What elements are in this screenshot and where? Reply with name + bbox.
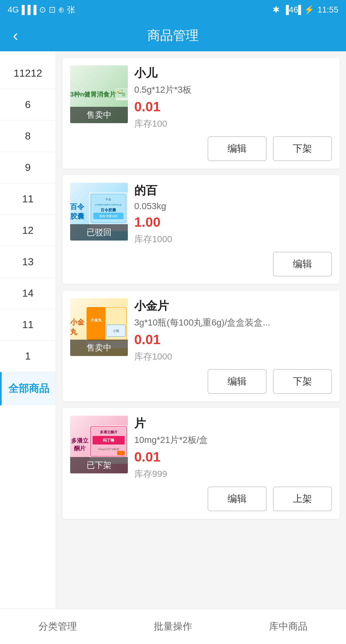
sidebar-item-11a[interactable]: 11 — [0, 183, 56, 215]
sidebar-item-12[interactable]: 12 — [0, 215, 56, 246]
product-price-2: 1.00 — [134, 215, 332, 230]
product-price-4: 0.01 — [134, 449, 332, 465]
sidebar-item-8[interactable]: 8 — [0, 121, 56, 152]
product-stock-4: 库存999 — [134, 468, 332, 480]
product-actions-1: 编辑 下架 — [70, 136, 332, 161]
product-card-4: 多潘立酮片 吗丁啉 10mg*21片*2板/盒 J 已下架 片 10mg*21片… — [62, 408, 340, 519]
product-spec-3: 3g*10瓶(每100丸重6g)/盒盒装盒... — [134, 317, 332, 329]
sidebar-item-14[interactable]: 14 — [0, 278, 56, 309]
svg-text:吗丁啉: 吗丁啉 — [103, 438, 115, 443]
product-price-3: 0.01 — [134, 332, 332, 347]
time-display: 11:55 — [317, 5, 338, 15]
sidebar-item-6[interactable]: 6 — [0, 89, 56, 121]
product-spec-2: 0.053kg — [134, 201, 332, 211]
page-title: 商品管理 — [147, 27, 199, 44]
edit-button-4[interactable]: 编辑 — [208, 487, 267, 511]
status-right: ✱ ▐46▌⚡ 11:55 — [273, 5, 338, 15]
svg-text:规格/用量说明: 规格/用量说明 — [99, 215, 117, 218]
product-spec-1: 0.5g*12片*3板 — [134, 84, 332, 96]
svg-rect-17 — [87, 307, 106, 340]
product-price-1: 0.01 — [134, 99, 332, 114]
nav-warehouse[interactable]: 库中商品 — [231, 614, 346, 640]
battery-indicator: ▐46▌⚡ — [283, 5, 314, 15]
product-card-1: 3种 健 健胃消食片 消食 售卖中 小儿 0.5g*12片*3板 0.01 — [62, 58, 340, 169]
product-status-4: 已下架 — [70, 457, 128, 473]
delist-button-3[interactable]: 下架 — [273, 369, 332, 394]
product-name-2: 的百 — [134, 183, 332, 199]
product-info-3: 小金丸 小瓶 售卖中 小金片 3g*10瓶(每100丸重6g)/盒盒装盒... … — [70, 298, 332, 363]
product-name-1: 小儿 — [134, 65, 332, 81]
product-card-2: 千合 CORDYCEPS CAPSULE 百令胶囊 规格/用量说明 已驳回 的百… — [62, 175, 340, 284]
sidebar: 11212 6 8 9 11 12 13 14 11 1 全部商品 — [0, 51, 56, 644]
back-button[interactable]: ‹ — [13, 26, 18, 45]
svg-text:3种: 3种 — [121, 90, 123, 91]
product-status-3: 售卖中 — [70, 340, 128, 356]
sidebar-item-11b[interactable]: 11 — [0, 309, 56, 341]
product-image-wrap-4: 多潘立酮片 吗丁啉 10mg*21片*2板/盒 J 已下架 — [70, 416, 128, 473]
product-stock-1: 库存100 — [134, 118, 332, 130]
product-stock-2: 库存1000 — [134, 233, 332, 245]
product-details-1: 小儿 0.5g*12片*3板 0.01 库存100 — [134, 65, 332, 130]
product-info-1: 3种 健 健胃消食片 消食 售卖中 小儿 0.5g*12片*3板 0.01 — [70, 65, 332, 130]
sidebar-item-all[interactable]: 全部商品 — [0, 372, 56, 405]
product-stock-3: 库存1000 — [134, 351, 332, 363]
product-actions-2: 编辑 — [70, 252, 332, 276]
product-card-3: 小金丸 小瓶 售卖中 小金片 3g*10瓶(每100丸重6g)/盒盒装盒... … — [62, 291, 340, 402]
product-details-2: 的百 0.053kg 1.00 库存1000 — [134, 183, 332, 245]
product-status-2: 已驳回 — [70, 224, 128, 241]
svg-text:千合: 千合 — [106, 198, 111, 201]
extra-icons: ⊡ ⊕ 张 — [49, 4, 75, 15]
product-details-4: 片 10mg*21片*2板/盒 0.01 库存999 — [134, 416, 332, 480]
nav-batch[interactable]: 批量操作 — [115, 614, 231, 640]
sidebar-item-13[interactable]: 13 — [0, 246, 56, 278]
svg-text:百令胶囊: 百令胶囊 — [101, 208, 117, 212]
delist-button-1[interactable]: 下架 — [273, 136, 332, 161]
svg-text:消食: 消食 — [123, 94, 125, 96]
sidebar-item-1[interactable]: 1 — [0, 341, 56, 372]
status-left: 4G▐▐▐ ⊙ ⊡ ⊕ 张 — [8, 4, 75, 15]
signal-icon: 4G▐▐▐ — [8, 5, 37, 15]
svg-text:小金丸: 小金丸 — [90, 318, 102, 322]
product-details-3: 小金片 3g*10瓶(每100丸重6g)/盒盒装盒... 0.01 库存1000 — [134, 298, 332, 363]
svg-text:J: J — [120, 452, 121, 454]
bottom-nav: 分类管理 批量操作 库中商品 — [0, 609, 346, 644]
svg-text:小瓶: 小瓶 — [113, 329, 119, 333]
product-info-4: 多潘立酮片 吗丁啉 10mg*21片*2板/盒 J 已下架 片 10mg*21片… — [70, 416, 332, 480]
product-info-2: 千合 CORDYCEPS CAPSULE 百令胶囊 规格/用量说明 已驳回 的百… — [70, 183, 332, 245]
main-content: 11212 6 8 9 11 12 13 14 11 1 全部商品 3种 — [0, 51, 346, 644]
product-image-wrap-3: 小金丸 小瓶 售卖中 — [70, 298, 128, 356]
sidebar-item-9[interactable]: 9 — [0, 152, 56, 183]
list-button-4[interactable]: 上架 — [273, 487, 332, 511]
product-list: 3种 健 健胃消食片 消食 售卖中 小儿 0.5g*12片*3板 0.01 — [56, 51, 346, 644]
edit-button-1[interactable]: 编辑 — [208, 136, 267, 161]
svg-text:多潘立酮片: 多潘立酮片 — [100, 430, 118, 434]
svg-text:10mg*21片*2板/盒: 10mg*21片*2板/盒 — [98, 448, 119, 451]
nav-category[interactable]: 分类管理 — [0, 614, 115, 640]
product-actions-3: 编辑 下架 — [70, 369, 332, 394]
edit-button-2[interactable]: 编辑 — [273, 252, 332, 276]
product-name-4: 片 — [134, 416, 332, 431]
sidebar-item-11212[interactable]: 11212 — [0, 58, 56, 89]
app-header: ‹ 商品管理 — [0, 19, 346, 51]
bottom-spacer — [62, 525, 340, 564]
edit-button-3[interactable]: 编辑 — [208, 369, 267, 394]
product-actions-4: 编辑 上架 — [70, 487, 332, 511]
product-spec-4: 10mg*21片*2板/盒 — [134, 434, 332, 446]
product-image-wrap-1: 3种 健 健胃消食片 消食 售卖中 — [70, 65, 128, 123]
product-status-1: 售卖中 — [70, 107, 128, 123]
svg-text:CORDYCEPS CAPSULE: CORDYCEPS CAPSULE — [95, 203, 122, 206]
status-bar: 4G▐▐▐ ⊙ ⊡ ⊕ 张 ✱ ▐46▌⚡ 11:55 — [0, 0, 346, 19]
product-name-3: 小金片 — [134, 298, 332, 314]
bluetooth-icon: ✱ — [273, 5, 280, 15]
product-image-wrap-2: 千合 CORDYCEPS CAPSULE 百令胶囊 规格/用量说明 已驳回 — [70, 183, 128, 241]
wifi-icon: ⊙ — [39, 5, 46, 15]
